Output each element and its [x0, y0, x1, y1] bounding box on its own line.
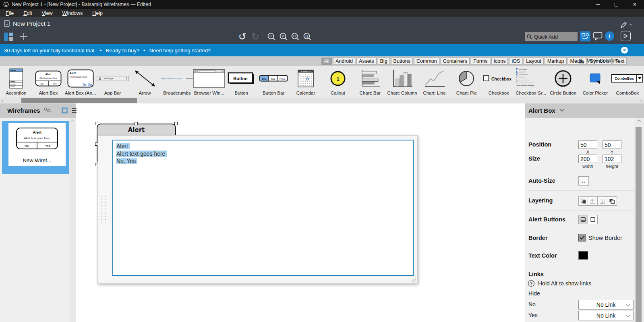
- inspector-header[interactable]: Alert Box: [525, 103, 644, 118]
- tab-forms[interactable]: Forms: [471, 58, 490, 65]
- palette-item-button[interactable]: ButtonButton: [225, 66, 257, 97]
- tab-layout[interactable]: Layout: [524, 58, 544, 65]
- text-editor-area[interactable]: AlertAlert text goes hereNo, Yes: [112, 140, 414, 276]
- menu-item-help[interactable]: Help: [87, 10, 108, 16]
- menu-item-file[interactable]: File: [1, 10, 19, 16]
- buttons-bottom-icon: [580, 217, 586, 222]
- inspector-scrollbar-thumb[interactable]: [636, 127, 642, 322]
- project-header: New Project 1: [4, 20, 50, 27]
- palette-item-chart-column[interactable]: Chart: Column: [386, 66, 418, 97]
- tab-ios[interactable]: iOS: [509, 58, 522, 65]
- wireframe-thumbnail-selected[interactable]: Alert Alert text goes here No Yes New Wi…: [2, 121, 69, 174]
- tab-containers[interactable]: Containers: [441, 58, 470, 65]
- tab-big[interactable]: Big: [378, 58, 390, 65]
- panels-toggle-button[interactable]: [3, 31, 14, 42]
- send-to-back-button[interactable]: [607, 196, 617, 206]
- thumbnail-view-icon[interactable]: [62, 107, 68, 114]
- palette-item-chart-bar[interactable]: Chart: Bar: [354, 66, 386, 97]
- palette-item-breadcrumbs[interactable]: Home > Products > Xyz > FeaturesBreadcru…: [161, 66, 193, 97]
- tab-android[interactable]: Android: [333, 58, 355, 65]
- menu-item-windows[interactable]: Windows: [58, 10, 88, 16]
- arrow-icon: [129, 66, 161, 91]
- tab-markup[interactable]: Markup: [545, 58, 567, 65]
- redo-button[interactable]: ↻: [250, 31, 261, 42]
- palette-item-accordion[interactable]: Accordion: [0, 66, 32, 97]
- buttons-none-icon: [590, 217, 596, 222]
- hide-links-link[interactable]: Hide: [528, 290, 540, 297]
- palette-scrollbar-thumb[interactable]: [21, 98, 137, 103]
- tab-buttons[interactable]: Buttons: [391, 58, 413, 65]
- hierarchy-icon[interactable]: [43, 107, 52, 114]
- selection-handle-top-left[interactable]: [95, 122, 98, 125]
- sidebar-scrollbar[interactable]: [69, 118, 76, 322]
- close-button[interactable]: ✕: [625, 0, 644, 9]
- tab-common[interactable]: Common: [414, 58, 439, 65]
- more-controls-button[interactable]: More Controls...: [579, 58, 622, 64]
- palette-item-alert-box-android[interactable]: AlertAlert text goes hereNoYesAlert Box …: [64, 66, 97, 97]
- position-x-input[interactable]: [578, 140, 597, 149]
- info-button[interactable]: i: [605, 31, 614, 41]
- editor-drag-handle[interactable]: [101, 196, 106, 223]
- add-wireframe-button[interactable]: [19, 31, 29, 42]
- show-border-label: Show Border: [588, 235, 622, 241]
- palette-item-chart-line[interactable]: Chart: Line: [418, 66, 451, 97]
- show-border-checkbox[interactable]: [578, 234, 586, 242]
- wireframes-sidebar: Wireframes Alert Alert text goes here No…: [0, 103, 76, 322]
- menu-item-edit[interactable]: Edit: [19, 10, 37, 16]
- ready-to-buy-link[interactable]: Ready to buy?: [106, 47, 139, 54]
- palette-item-calendar[interactable]: DECEMBER 2020S M T W T F SCalendar: [290, 66, 322, 97]
- zoom-out-button[interactable]: [266, 31, 277, 42]
- scroll-left-icon[interactable]: ‹: [2, 97, 3, 103]
- link-select-no[interactable]: No Link: [578, 300, 634, 310]
- palette-item-label: Chart: Column: [387, 91, 417, 95]
- zoom-to-fit-button[interactable]: [ ]: [302, 31, 313, 42]
- present-button[interactable]: [621, 31, 631, 41]
- resize-grip-icon[interactable]: [409, 277, 416, 283]
- tab-assets[interactable]: Assets: [356, 58, 377, 65]
- palette-item-chart-pie[interactable]: Chart: Pie: [450, 66, 482, 97]
- maximize-button[interactable]: [607, 0, 625, 9]
- size-width-input[interactable]: [578, 155, 597, 163]
- selection-handle-top-right[interactable]: [174, 122, 178, 125]
- bring-to-front-button[interactable]: [578, 196, 588, 206]
- zoom-in-button[interactable]: [278, 31, 289, 42]
- palette-item-button-bar[interactable]: OneTwoThreeButton Bar: [257, 66, 290, 97]
- svg-text:No: No: [40, 82, 43, 85]
- auto-size-button[interactable]: ↔: [578, 176, 589, 186]
- banner-close-button[interactable]: ✕: [621, 47, 628, 54]
- palette-item-app-bar[interactable]: Heading ▾App Bar: [97, 66, 129, 97]
- selection-handle-top-mid[interactable]: [135, 122, 138, 125]
- scroll-right-icon[interactable]: ›: [640, 97, 642, 103]
- link-select-yes[interactable]: No Link: [578, 311, 634, 320]
- undo-button[interactable]: ↺: [237, 31, 248, 42]
- alert-buttons-bottom-button[interactable]: [578, 215, 588, 224]
- position-y-input[interactable]: [603, 140, 621, 149]
- size-height-input[interactable]: [603, 155, 621, 163]
- inspector-scrollbar[interactable]: [634, 118, 644, 322]
- canvas[interactable]: Alert AlertAlert text goes hereNo, Yes: [77, 103, 525, 322]
- close-icon: ✕: [623, 48, 626, 52]
- menu-item-view[interactable]: View: [37, 10, 58, 16]
- send-backward-button[interactable]: [598, 196, 607, 206]
- comments-button[interactable]: [593, 32, 603, 41]
- bring-forward-button[interactable]: [588, 196, 598, 206]
- quick-add-input[interactable]: [533, 33, 574, 40]
- palette-item-color-picker[interactable]: Color Picker: [579, 66, 611, 97]
- tab-icons[interactable]: Icons: [491, 58, 508, 65]
- palette-item-arrow[interactable]: Arrow: [129, 66, 161, 97]
- edit-mode-menu[interactable]: [619, 21, 633, 29]
- inspector-panel: Alert Box Position X Y Size width height…: [525, 103, 644, 322]
- palette-item-circle-button[interactable]: Circle Button: [547, 66, 579, 97]
- text-color-swatch[interactable]: [578, 251, 588, 260]
- alert-buttons-none-button[interactable]: [588, 215, 598, 224]
- palette-item-combobox[interactable]: ComboBoxComboBox: [611, 66, 644, 97]
- minimize-button[interactable]: [588, 0, 607, 9]
- palette-item-checkbox[interactable]: CheckboxCheckbox: [482, 66, 515, 97]
- palette-item-checkbox-group[interactable]: not selectedselectedindeterminatedisable…: [515, 66, 547, 97]
- ui-library-toggle-button[interactable]: [580, 31, 590, 41]
- palette-item-browser-window[interactable]: Browser Win...: [193, 66, 225, 97]
- zoom-actual-size-button[interactable]: 1:1: [290, 31, 300, 42]
- tab-all[interactable]: All: [321, 58, 332, 65]
- palette-item-alert-box[interactable]: AlertAlert text goes hereNoYesAlert Box: [32, 66, 64, 97]
- palette-item-callout[interactable]: 1Callout: [322, 66, 354, 97]
